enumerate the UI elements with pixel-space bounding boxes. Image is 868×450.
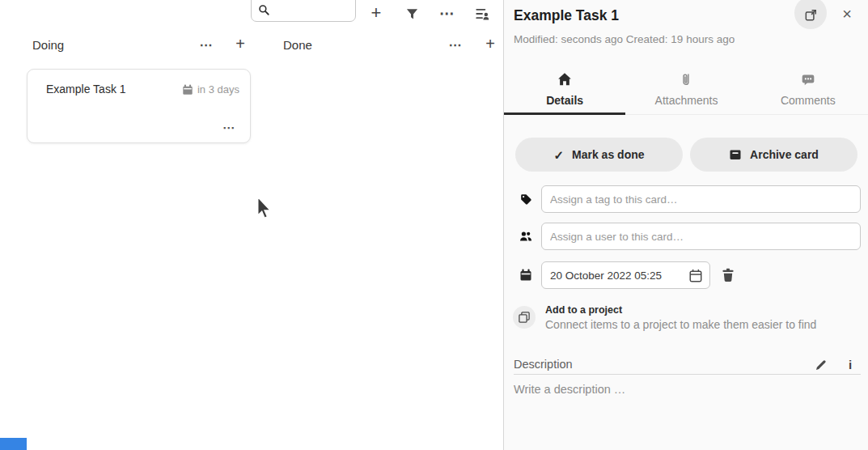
search-box[interactable] [251, 0, 356, 22]
card-due-date: in 3 days [182, 83, 239, 96]
tag-field-row [504, 185, 868, 213]
board-menu-button[interactable]: ⋯ [436, 1, 459, 25]
project-circle [513, 306, 536, 329]
archive-card-label: Archive card [750, 148, 819, 161]
tab-details[interactable]: Details [504, 68, 625, 114]
open-calendar-icon[interactable] [688, 269, 703, 283]
column-doing-menu-button[interactable]: ⋯ [197, 36, 216, 54]
card-details-panel: Example Task 1 Modified: seconds ago Cre… [503, 0, 868, 450]
mark-as-done-label: Mark as done [572, 148, 644, 161]
tab-attachments-label: Attachments [655, 94, 718, 107]
search-icon [258, 4, 270, 16]
due-date-field[interactable]: 20 October 2022 05:25 [541, 261, 710, 289]
description-info-button[interactable]: i [840, 354, 860, 374]
column-title-doing: Doing [32, 38, 64, 52]
info-icon: i [849, 358, 852, 371]
calendar-icon [519, 269, 532, 282]
add-to-project-title: Add to a project [545, 304, 622, 316]
due-date-value: 20 October 2022 05:25 [550, 270, 662, 282]
tag-icon [519, 193, 532, 206]
close-icon: × [842, 5, 852, 23]
add-to-project-subtitle: Connect items to a project to make them … [545, 318, 816, 331]
card-title: Example Task 1 [46, 83, 126, 96]
app-window: + ⋯ Doing ⋯ + Done ⋯ + Example Task 1 [0, 0, 868, 450]
tab-comments-label: Comments [781, 94, 836, 107]
check-icon: ✓ [553, 149, 564, 161]
due-date-row: 20 October 2022 05:25 [504, 261, 868, 289]
panel-tabs: Details Attachments Comments [504, 68, 868, 115]
tab-attachments[interactable]: Attachments [625, 68, 747, 114]
column-done-add-button[interactable]: + [481, 35, 500, 53]
home-icon [557, 72, 572, 87]
paperclip-icon [679, 72, 693, 87]
assign-user-input[interactable] [541, 223, 861, 250]
popout-icon [804, 8, 818, 22]
panel-modified-created: Modified: seconds ago Created: 19 hours … [514, 33, 735, 45]
comment-icon [801, 72, 815, 87]
onscreen-keyboard-indicator[interactable] [0, 438, 27, 450]
assign-tag-input[interactable] [541, 185, 861, 213]
archive-icon [729, 148, 742, 161]
mouse-cursor [256, 196, 272, 220]
edit-description-button[interactable] [811, 355, 831, 375]
column-doing-add-button[interactable]: + [231, 35, 250, 53]
popout-button[interactable] [794, 0, 827, 29]
calendar-icon [182, 84, 193, 96]
description-label: Description [514, 358, 573, 371]
delete-due-date-icon[interactable] [721, 268, 735, 282]
column-done-menu-button[interactable]: ⋯ [446, 36, 465, 54]
mark-as-done-button[interactable]: ✓ Mark as done [515, 138, 683, 172]
tab-comments[interactable]: Comments [747, 68, 868, 114]
add-to-project-row[interactable]: Add to a project Connect items to a proj… [504, 304, 868, 330]
assigned-filter-button[interactable] [471, 2, 493, 26]
pencil-icon [815, 359, 828, 371]
filter-button[interactable] [400, 2, 423, 26]
task-card[interactable]: Example Task 1 in 3 days ⋯ [27, 69, 251, 143]
cascade-windows-icon [518, 311, 531, 324]
tab-details-label: Details [546, 94, 583, 107]
filter-icon [405, 7, 419, 21]
column-title-done: Done [283, 38, 312, 52]
archive-card-button[interactable]: Archive card [690, 138, 857, 172]
description-divider [514, 374, 861, 375]
add-card-button[interactable]: + [365, 1, 387, 25]
panel-title: Example Task 1 [514, 7, 619, 24]
list-user-icon [475, 6, 489, 21]
search-input[interactable] [270, 2, 348, 21]
card-due-label: in 3 days [197, 83, 239, 96]
user-field-row [504, 223, 868, 250]
users-icon [519, 230, 532, 243]
card-menu-button[interactable]: ⋯ [219, 118, 239, 136]
description-placeholder[interactable]: Write a description … [514, 383, 625, 396]
close-panel-button[interactable]: × [836, 2, 858, 25]
